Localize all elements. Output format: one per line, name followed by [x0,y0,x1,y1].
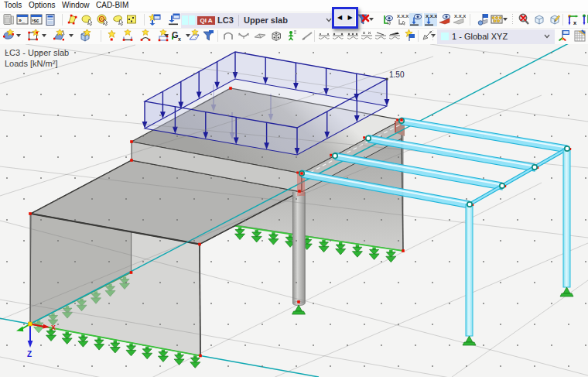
svg-text:x: x [573,19,577,26]
svg-text:X.X.X: X.X.X [397,14,409,19]
svg-text:»_: »_ [19,18,25,23]
svg-text:x: x [178,36,181,42]
svg-text:X: X [51,324,56,331]
svg-text:X.X.X: X.X.X [426,14,437,19]
svg-text:›sc: ›sc [32,18,39,23]
svg-text:Z: Z [27,350,32,358]
svg-text:X.X.X: X.X.X [454,14,466,19]
